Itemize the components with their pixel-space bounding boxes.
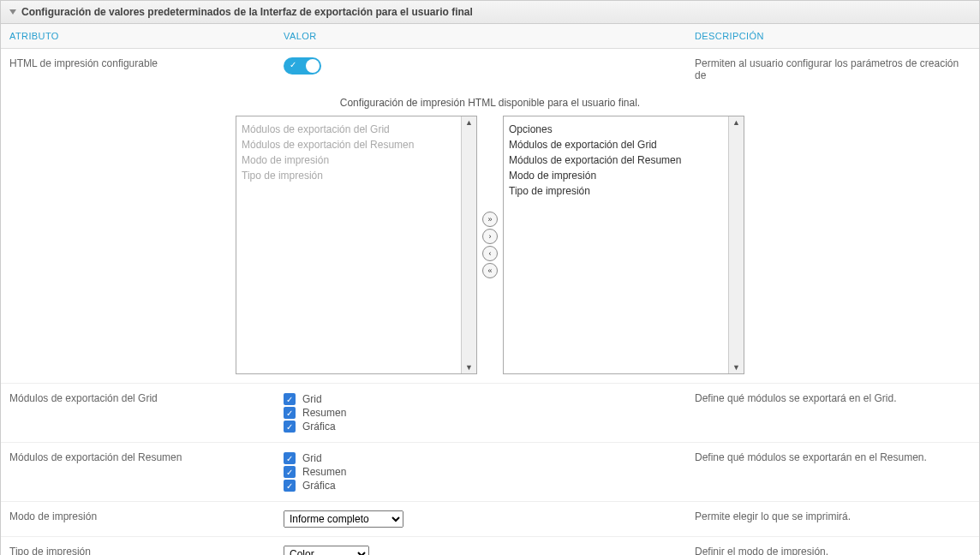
list-item[interactable]: Módulos de exportación del Resumen xyxy=(240,137,457,152)
checkbox-label: Grid xyxy=(302,452,322,464)
desc-tipo-impresion: Definir el modo de impresión. xyxy=(686,544,979,555)
attr-tipo-impresion: Tipo de impresión xyxy=(1,544,275,555)
checkbox-label: Grid xyxy=(302,393,322,405)
selected-listbox[interactable]: Opciones Módulos de exportación del Grid… xyxy=(503,116,744,374)
checkbox-res-grid[interactable]: ✓ xyxy=(284,452,296,464)
list-item[interactable]: Tipo de impresión xyxy=(240,168,457,183)
attr-grid-modules: Módulos de exportación del Grid xyxy=(1,391,275,435)
select-tipo-impresion[interactable]: Color xyxy=(284,546,369,555)
collapse-caret-icon[interactable] xyxy=(9,9,16,15)
available-listbox[interactable]: Módulos de exportación del Grid Módulos … xyxy=(236,116,477,374)
checkbox-label: Gráfica xyxy=(302,480,336,492)
scroll-up-icon[interactable]: ▲ xyxy=(465,116,473,128)
checkbox-res-grafica[interactable]: ✓ xyxy=(284,480,296,492)
desc-html-configurable: Permiten al usuario configurar los parám… xyxy=(686,56,979,83)
toggle-knob xyxy=(306,59,320,73)
desc-modo-impresion: Permite elegir lo que se imprimirá. xyxy=(686,509,979,529)
list-item[interactable]: Módulos de exportación del Resumen xyxy=(507,152,725,168)
move-right-button[interactable]: › xyxy=(482,229,498,244)
attr-html-configurable: HTML de impresión configurable xyxy=(1,56,275,83)
desc-grid-modules: Define qué módulos se exportará en el Gr… xyxy=(686,391,979,435)
list-group-header[interactable]: Opciones xyxy=(507,122,725,137)
panel-header[interactable]: Configuración de valores predeterminados… xyxy=(1,1,979,24)
header-descripcion: DESCRIPCIÓN xyxy=(686,24,979,48)
checkbox-label: Resumen xyxy=(302,466,346,478)
panel-title: Configuración de valores predeterminados… xyxy=(21,6,473,18)
attr-modo-impresion: Modo de impresión xyxy=(1,509,275,529)
header-valor: VALOR xyxy=(275,24,686,48)
dual-list-title: Configuración de impresión HTML disponib… xyxy=(1,97,979,109)
list-item[interactable]: Modo de impresión xyxy=(240,152,457,168)
checkbox-grid-grafica[interactable]: ✓ xyxy=(284,421,296,433)
column-headers: ATRIBUTO VALOR DESCRIPCIÓN xyxy=(1,24,979,49)
checkbox-label: Resumen xyxy=(302,407,346,419)
list-item[interactable]: Tipo de impresión xyxy=(507,183,725,199)
scrollbar[interactable]: ▲ ▼ xyxy=(728,116,744,373)
scroll-down-icon[interactable]: ▼ xyxy=(732,361,740,373)
toggle-html-configurable[interactable]: ✓ xyxy=(284,57,321,75)
move-left-button[interactable]: ‹ xyxy=(482,246,498,261)
desc-resumen-modules: Define qué módulos se exportarán en el R… xyxy=(686,450,979,494)
list-item[interactable]: Modo de impresión xyxy=(507,168,725,183)
checkbox-grid-resumen[interactable]: ✓ xyxy=(284,407,296,419)
list-item[interactable]: Módulos de exportación del Grid xyxy=(507,137,725,152)
header-atributo: ATRIBUTO xyxy=(1,24,275,48)
list-item[interactable]: Módulos de exportación del Grid xyxy=(240,122,457,137)
scroll-up-icon[interactable]: ▲ xyxy=(732,116,740,128)
checkbox-label: Gráfica xyxy=(302,421,336,433)
scroll-down-icon[interactable]: ▼ xyxy=(465,361,473,373)
move-all-left-button[interactable]: « xyxy=(482,263,498,278)
checkbox-res-resumen[interactable]: ✓ xyxy=(284,466,296,478)
checkbox-grid-grid[interactable]: ✓ xyxy=(284,393,296,405)
attr-resumen-modules: Módulos de exportación del Resumen xyxy=(1,450,275,494)
check-icon: ✓ xyxy=(290,60,296,69)
scrollbar[interactable]: ▲ ▼ xyxy=(461,116,476,373)
move-all-right-button[interactable]: » xyxy=(482,212,498,227)
select-modo-impresion[interactable]: Informe completo xyxy=(284,510,403,528)
